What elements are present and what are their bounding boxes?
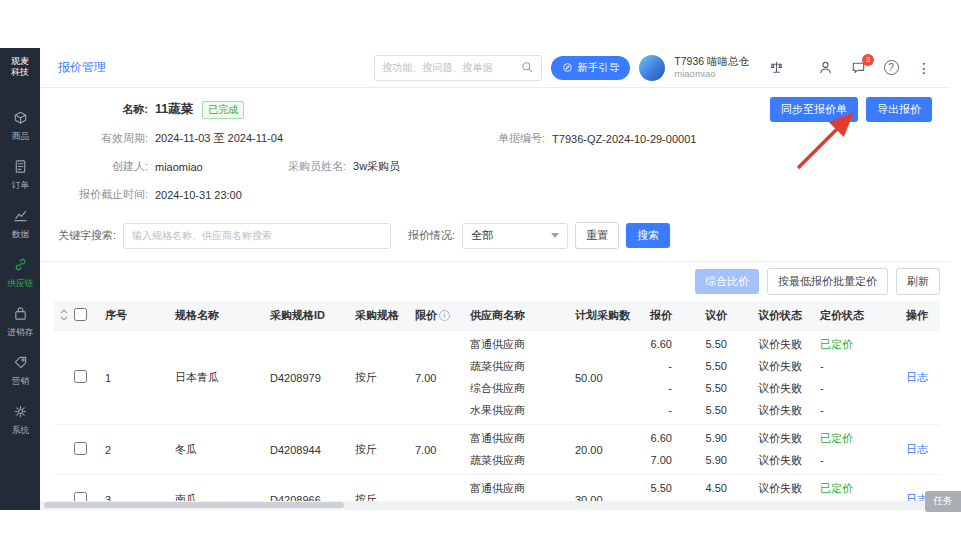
- cell-no: 1: [102, 372, 175, 384]
- task-tab[interactable]: 任务: [925, 491, 961, 512]
- select-all-checkbox[interactable]: [74, 308, 87, 321]
- quote-status-select[interactable]: 全部: [462, 223, 568, 249]
- reset-button[interactable]: 重置: [575, 222, 619, 249]
- row-check-cell: [74, 442, 102, 457]
- chevron-down-icon: [551, 233, 559, 238]
- product-box-icon: [13, 110, 28, 127]
- col-plan-qty: 计划采购数: [575, 308, 630, 323]
- quotation-table: 序号 规格名称 采购规格ID 采购规格 限价i 供应商名称 计划采购数 报价 议…: [54, 301, 940, 510]
- sidebar-item-products[interactable]: 商品: [0, 102, 40, 151]
- cell-suppliers: 富通供应商 蔬菜供应商 综合供应商 水果供应商: [470, 337, 575, 418]
- brand-logo: 观麦 科技: [11, 56, 29, 78]
- store-name: T7936 喵喵总仓: [674, 55, 749, 68]
- sort-rows-icon[interactable]: [54, 309, 74, 323]
- sidebar-item-data[interactable]: 数据: [0, 200, 40, 249]
- creator-label: 创建人:: [58, 159, 148, 174]
- messages-button[interactable]: 3: [846, 56, 870, 80]
- col-spec-id: 采购规格ID: [270, 308, 355, 323]
- row-checkbox[interactable]: [74, 442, 87, 455]
- cell-bargain-statuses: 议价失败 议价失败: [730, 431, 808, 468]
- sidebar-nav: 商品 订单 数据 供应链 进销存 营销: [0, 102, 40, 445]
- help-icon: ?: [884, 60, 899, 75]
- creator-value: miaomiao: [155, 161, 203, 173]
- search-icon: [521, 61, 534, 74]
- global-search: [374, 55, 542, 81]
- help-button[interactable]: ?: [879, 56, 903, 80]
- cell-price-statuses: 已定价 - - -: [808, 337, 880, 418]
- col-bargain-status: 议价状态: [730, 308, 808, 323]
- cell-action: 日志: [880, 442, 940, 457]
- sidebar-item-label: 营销: [11, 376, 28, 388]
- global-search-input[interactable]: [382, 62, 516, 73]
- batch-price-by-lowest-button[interactable]: 按最低报价批量定价: [767, 268, 888, 295]
- topbar-right: 新手引导 T7936 喵喵总仓 miaomiao 3 ?: [374, 55, 936, 81]
- table-header-row: 序号 规格名称 采购规格ID 采购规格 限价i 供应商名称 计划采购数 报价 议…: [54, 301, 940, 331]
- buyer-label: 采购员姓名:: [288, 159, 346, 174]
- page: { "colors": { "accent": "#3a7bff", "succ…: [0, 0, 961, 560]
- person-icon: [818, 60, 833, 75]
- user-block: T7936 喵喵总仓 miaomiao: [674, 55, 749, 80]
- col-limit: 限价i: [415, 308, 470, 323]
- message-badge: 3: [862, 54, 874, 66]
- period-value: 2024-11-03 至 2024-11-04: [155, 131, 283, 146]
- cell-bargain-statuses: 议价失败 议价失败 议价失败 议价失败: [730, 337, 808, 418]
- bag-icon: [13, 306, 28, 323]
- refresh-button[interactable]: 刷新: [896, 268, 940, 295]
- cell-suppliers: 富通供应商 蔬菜供应商: [470, 431, 575, 468]
- col-spec-name: 规格名称: [175, 308, 270, 323]
- user-name: miaomiao: [674, 68, 749, 80]
- quote-status-value: 全部: [471, 228, 493, 243]
- order-document-icon: [13, 159, 28, 176]
- app-window: 观麦 科技 商品 订单 数据 供应链 进销存: [0, 48, 950, 510]
- sync-to-quotation-button[interactable]: 同步至报价单: [770, 97, 858, 122]
- sidebar-item-system[interactable]: 系统: [0, 396, 40, 445]
- buyer-value: 3w采购员: [353, 159, 400, 174]
- col-price-status: 定价状态: [808, 308, 880, 323]
- cell-spec-name: 日本青瓜: [175, 370, 270, 385]
- gear-icon: [13, 404, 28, 421]
- sidebar-item-inventory[interactable]: 进销存: [0, 298, 40, 347]
- col-no: 序号: [102, 308, 175, 323]
- cell-limit: 7.00: [415, 444, 470, 456]
- deadline-label: 报价截止时间:: [58, 187, 148, 202]
- deadline-value: 2024-10-31 23:00: [155, 189, 242, 201]
- avatar[interactable]: [639, 55, 665, 81]
- log-link[interactable]: 日志: [906, 371, 928, 383]
- guide-button[interactable]: 新手引导: [551, 56, 630, 80]
- cell-plan-qty: 20.00: [575, 444, 630, 456]
- sidebar-item-orders[interactable]: 订单: [0, 151, 40, 200]
- cell-spec-id: D4208944: [270, 444, 355, 456]
- col-quote: 报价: [630, 308, 675, 323]
- main-area: 报价管理 新手引导 T7936 喵喵总仓 miaomiao: [40, 48, 950, 510]
- export-quotation-button[interactable]: 导出报价: [866, 97, 932, 122]
- account-settings-button[interactable]: [813, 56, 837, 80]
- sidebar-item-marketing[interactable]: 营销: [0, 347, 40, 396]
- sidebar-item-supply-chain[interactable]: 供应链: [0, 249, 40, 298]
- compare-prices-button[interactable]: 综合比价: [695, 269, 759, 294]
- cell-no: 2: [102, 444, 175, 456]
- sidebar-item-label: 供应链: [7, 278, 33, 290]
- scale-button[interactable]: [764, 56, 788, 80]
- search-button[interactable]: 搜索: [626, 223, 670, 248]
- filter-bar: 关键字搜索: 报价情况: 全部 重置 搜索: [40, 219, 950, 261]
- logo-line1: 观麦: [11, 56, 29, 67]
- log-link[interactable]: 日志: [906, 443, 928, 455]
- scrollbar-thumb[interactable]: [44, 502, 344, 508]
- quotation-name: 11蔬菜: [155, 101, 193, 118]
- cell-bargains: 5.50 5.50 5.50 5.50: [675, 337, 730, 418]
- col-bargain: 议价: [675, 308, 730, 323]
- name-label: 名称:: [58, 102, 148, 117]
- cell-quotes: 6.60 - - -: [630, 337, 675, 418]
- table-row: 1 日本青瓜 D4208979 按斤 7.00 富通供应商 蔬菜供应商 综合供应…: [54, 331, 940, 425]
- price-tag-icon: [13, 355, 28, 372]
- row-checkbox[interactable]: [74, 370, 87, 383]
- keyword-input[interactable]: [123, 223, 391, 249]
- select-all-cell: [74, 308, 102, 323]
- page-title: 报价管理: [58, 59, 106, 76]
- row-check-cell: [74, 370, 102, 385]
- topbar: 报价管理 新手引导 T7936 喵喵总仓 miaomiao: [40, 48, 950, 88]
- keyword-label: 关键字搜索:: [58, 228, 116, 243]
- sidebar: 观麦 科技 商品 订单 数据 供应链 进销存: [0, 48, 40, 510]
- more-menu-button[interactable]: ⋮: [912, 56, 936, 80]
- sidebar-item-label: 进销存: [7, 327, 33, 339]
